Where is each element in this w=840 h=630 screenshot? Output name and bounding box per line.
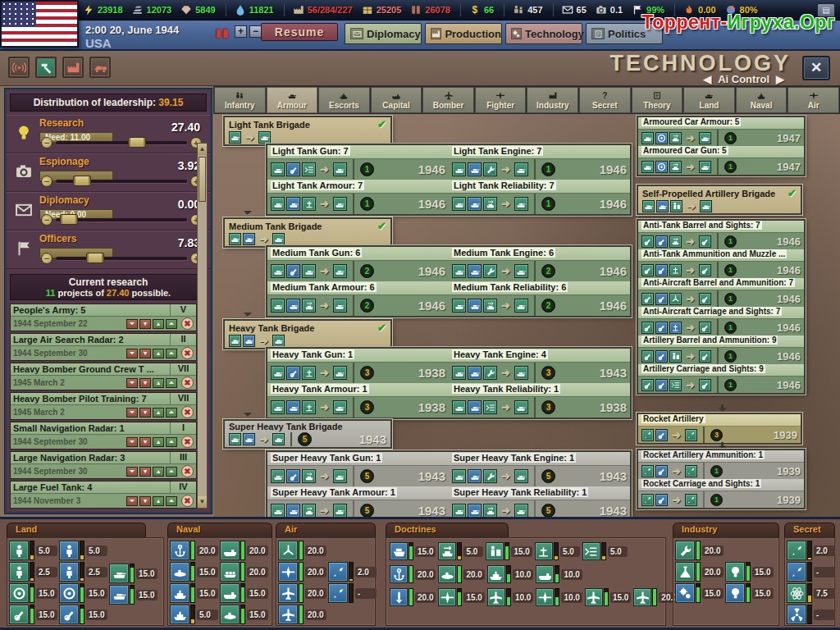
tab-theory[interactable]: Theory <box>632 87 683 113</box>
tab-naval[interactable]: Naval <box>736 87 788 113</box>
priority-up-icon[interactable]: ▴ <box>153 496 164 506</box>
nav-prev-arrow[interactable]: ◀ <box>703 73 711 85</box>
slider-handle[interactable] <box>86 253 104 263</box>
slider-track[interactable] <box>56 141 187 144</box>
priority-up-icon[interactable]: ▴ <box>153 437 164 447</box>
tab-industry[interactable]: Industry <box>527 87 578 113</box>
research-item[interactable]: Large Air Search Radar: 2II1944 Septembe… <box>10 333 197 361</box>
tab-air[interactable]: Air <box>788 87 839 113</box>
tech-entry[interactable]: Heavy Tank Reliability: 1➜31938 <box>449 383 630 418</box>
tech-entry[interactable]: Anti-Tank Barrel and Sights: 7➜11946 <box>638 221 804 249</box>
tab-escorts[interactable]: Escorts <box>318 87 370 113</box>
research-item[interactable]: Large Navigation Radar: 3III1944 Septemb… <box>10 451 197 479</box>
priority-up-icon[interactable]: ▴ <box>153 319 164 329</box>
tab-armour[interactable]: Armour <box>267 87 318 113</box>
tech-entry[interactable]: Super Heavy Tank Gun: 1➜51943 <box>267 452 449 486</box>
priority-down-icon[interactable]: ▾ <box>139 437 151 447</box>
statistics-button[interactable] <box>35 57 57 78</box>
priority-up-fast-icon[interactable]: ⏶ <box>166 496 177 506</box>
research-item[interactable]: Small Navigation Radar: 1I1944 September… <box>10 422 197 450</box>
tech-entry[interactable]: Armoured Car Gun: 5➜11947 <box>638 146 804 175</box>
research-scrollbar[interactable]: ▲ ▼ <box>197 143 208 509</box>
tech-entry[interactable]: Heavy Tank Gun: 1➜31938 <box>267 349 449 383</box>
priority-down-fast-icon[interactable]: ⏷ <box>126 378 138 388</box>
scroll-up-icon[interactable]: ▲ <box>198 144 207 155</box>
speed-down-button[interactable]: − <box>249 25 262 38</box>
cancel-research-icon[interactable]: ✖ <box>181 347 194 359</box>
priority-down-icon[interactable]: ▾ <box>139 378 151 388</box>
priority-up-fast-icon[interactable]: ⏶ <box>166 408 177 418</box>
priority-up-icon[interactable]: ▴ <box>153 378 164 388</box>
priority-down-fast-icon[interactable]: ⏷ <box>126 496 138 506</box>
tech-entry[interactable]: Armoured Car Armour: 5➜11947 <box>638 117 804 146</box>
priority-up-fast-icon[interactable]: ⏶ <box>166 467 177 477</box>
tech-entry[interactable]: Super Heavy Tank Engine: 1➜51943 <box>449 452 630 486</box>
priority-up-fast-icon[interactable]: ⏶ <box>166 437 177 447</box>
tech-entry[interactable]: Anti-Tank Ammunition and Muzzle ...➜1194… <box>638 249 804 278</box>
priority-up-fast-icon[interactable]: ⏶ <box>166 349 177 358</box>
slider-minus-button[interactable]: − <box>41 176 52 187</box>
tech-entry[interactable]: Medium Tank Armour: 6➜21946 <box>267 281 449 316</box>
slider-minus-button[interactable]: − <box>41 253 52 264</box>
tech-entry[interactable]: Medium Tank Engine: 6➜21946 <box>449 247 630 281</box>
tech-entry[interactable]: Artillery Carriage and Sights: 9➜11946 <box>638 364 804 393</box>
scroll-thumb[interactable] <box>199 157 206 202</box>
priority-down-fast-icon[interactable]: ⏷ <box>126 408 138 418</box>
tech-entry[interactable]: Super Heavy Tank Reliability: 1➜51943 <box>449 486 630 521</box>
cancel-research-icon[interactable]: ✖ <box>181 436 194 448</box>
brigade-header[interactable]: Super Heavy Tank Brigade➜51943 <box>223 419 392 449</box>
priority-down-fast-icon[interactable]: ⏷ <box>126 349 138 358</box>
convoys-button[interactable] <box>89 57 111 78</box>
tech-entry[interactable]: Heavy Tank Engine: 4➜31943 <box>449 349 630 383</box>
brigade-header[interactable]: Self-Propelled Artillery Brigade✔➜ <box>637 185 802 215</box>
tech-entry[interactable]: Anti-Aircraft Barrel and Ammunition: 7➜1… <box>638 278 804 307</box>
tab-capital[interactable]: Capital <box>371 87 422 113</box>
tab-fighter[interactable]: Fighter <box>475 87 527 113</box>
resume-button[interactable]: Resume <box>261 23 338 41</box>
priority-down-fast-icon[interactable]: ⏷ <box>126 319 138 329</box>
messages-button[interactable] <box>8 57 30 78</box>
priority-down-icon[interactable]: ▾ <box>139 408 151 418</box>
priority-down-fast-icon[interactable]: ⏷ <box>126 437 138 447</box>
tab-secret[interactable]: ?Secret <box>579 87 631 113</box>
tech-entry[interactable]: Heavy Tank Armour: 1➜31938 <box>267 383 449 418</box>
priority-up-fast-icon[interactable]: ⏶ <box>166 378 177 388</box>
slider-handle[interactable] <box>73 176 91 186</box>
tech-entry[interactable]: Light Tank Reliability: 7➜11946 <box>449 180 630 214</box>
brigade-header[interactable]: Medium Tank Brigade✔➜ <box>223 217 392 248</box>
priority-down-icon[interactable]: ▾ <box>139 496 151 506</box>
research-item[interactable]: Heavy Bomber Ground Crew T ...VII1945 Ma… <box>10 363 197 390</box>
priority-down-icon[interactable]: ▾ <box>139 319 151 329</box>
menu-tab-diplomacy[interactable]: Diplomacy <box>345 23 422 44</box>
nav-next-arrow[interactable]: ▶ <box>776 73 784 85</box>
tech-entry[interactable]: Rocket Carriage and Sights: 1➜11939 <box>638 479 804 508</box>
slider-track[interactable] <box>56 180 187 183</box>
tech-entry[interactable]: Light Tank Gun: 7➜11946 <box>267 145 449 180</box>
slider-handle[interactable] <box>128 137 146 148</box>
slider-handle[interactable] <box>60 214 78 225</box>
speed-up-button[interactable]: + <box>235 25 247 38</box>
research-item[interactable]: Large Fuel Tank: 4IV1944 November 3⏷▾▴⏶✖ <box>10 481 197 509</box>
brigade-header[interactable]: Light Tank Brigade✔➜ <box>223 116 392 146</box>
tab-land[interactable]: Land <box>683 87 735 113</box>
cancel-research-icon[interactable]: ✖ <box>181 317 194 330</box>
tech-entry[interactable]: Super Heavy Tank Armour: 1➜51943 <box>267 486 449 521</box>
priority-down-icon[interactable]: ▾ <box>139 467 151 477</box>
slider-track[interactable] <box>56 218 187 221</box>
cancel-research-icon[interactable]: ✖ <box>181 377 194 389</box>
tech-entry[interactable]: Artillery Barrel and Ammunition: 9➜11946 <box>638 336 804 364</box>
slider-minus-button[interactable]: − <box>41 137 52 148</box>
tech-entry[interactable]: Anti-Aircraft Carriage and Sights: 7➜119… <box>638 307 804 336</box>
priority-up-icon[interactable]: ▴ <box>153 349 164 358</box>
production-ledger-button[interactable] <box>62 57 84 78</box>
scroll-down-icon[interactable]: ▼ <box>198 496 207 508</box>
tab-infantry[interactable]: Infantry <box>214 87 266 113</box>
cancel-research-icon[interactable]: ✖ <box>181 495 194 507</box>
tech-entry[interactable]: Medium Tank Reliability: 6➜21946 <box>449 281 630 316</box>
research-item[interactable]: People's Army: 5V1944 September 22⏷▾▴⏶✖ <box>10 304 197 331</box>
priority-down-icon[interactable]: ▾ <box>139 349 151 358</box>
slider-track[interactable] <box>56 257 187 260</box>
menu-tab-production[interactable]: Production <box>425 23 502 44</box>
tab-bomber[interactable]: Bomber <box>422 87 474 113</box>
cancel-research-icon[interactable]: ✖ <box>181 465 194 477</box>
